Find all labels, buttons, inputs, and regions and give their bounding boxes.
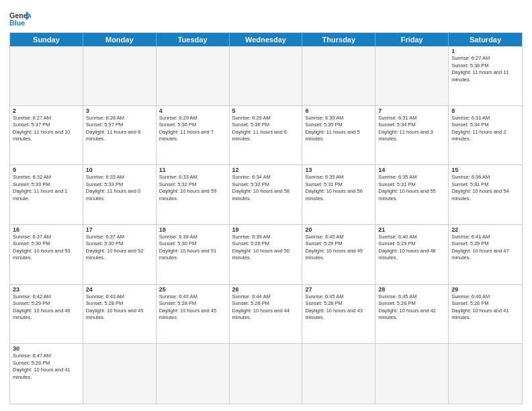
day-cell-23: 23Sunrise: 6:42 AMSunset: 5:29 PMDayligh… bbox=[10, 285, 83, 344]
day-number: 19 bbox=[232, 226, 300, 233]
day-cell-26: 26Sunrise: 6:44 AMSunset: 5:28 PMDayligh… bbox=[230, 285, 303, 344]
day-info: Sunrise: 6:42 AMSunset: 5:29 PMDaylight:… bbox=[13, 293, 80, 322]
calendar-grid: 1Sunrise: 6:27 AMSunset: 5:38 PMDaylight… bbox=[10, 46, 522, 404]
day-number: 18 bbox=[159, 226, 226, 233]
day-cell-10: 10Sunrise: 6:33 AMSunset: 5:33 PMDayligh… bbox=[83, 165, 157, 224]
day-cell-empty bbox=[375, 46, 449, 105]
day-info: Sunrise: 6:45 AMSunset: 5:28 PMDaylight:… bbox=[305, 293, 372, 322]
day-cell-7: 7Sunrise: 6:31 AMSunset: 5:34 PMDaylight… bbox=[375, 106, 449, 165]
day-number: 15 bbox=[451, 167, 519, 173]
day-cell-15: 15Sunrise: 6:36 AMSunset: 5:31 PMDayligh… bbox=[449, 165, 522, 224]
day-number: 28 bbox=[378, 286, 445, 293]
day-number: 10 bbox=[86, 167, 153, 173]
day-cell-empty bbox=[230, 46, 303, 105]
day-cell-11: 11Sunrise: 6:33 AMSunset: 5:32 PMDayligh… bbox=[157, 165, 230, 224]
week-row-6: 30Sunrise: 6:47 AMSunset: 5:28 PMDayligh… bbox=[10, 344, 522, 404]
day-cell-19: 19Sunrise: 6:39 AMSunset: 5:29 PMDayligh… bbox=[230, 225, 303, 284]
day-number: 7 bbox=[378, 107, 445, 114]
day-headers: SundayMondayTuesdayWednesdayThursdayFrid… bbox=[10, 33, 522, 46]
day-cell-5: 5Sunrise: 6:29 AMSunset: 5:36 PMDaylight… bbox=[230, 106, 303, 165]
day-number: 2 bbox=[13, 107, 80, 114]
day-info: Sunrise: 6:38 AMSunset: 5:30 PMDaylight:… bbox=[159, 234, 226, 262]
day-info: Sunrise: 6:30 AMSunset: 5:35 PMDaylight:… bbox=[305, 115, 372, 143]
day-info: Sunrise: 6:32 AMSunset: 5:33 PMDaylight:… bbox=[13, 174, 80, 202]
day-number: 8 bbox=[451, 107, 519, 114]
day-info: Sunrise: 6:37 AMSunset: 5:30 PMDaylight:… bbox=[86, 234, 153, 262]
day-number: 3 bbox=[86, 107, 153, 114]
day-info: Sunrise: 6:44 AMSunset: 5:28 PMDaylight:… bbox=[232, 293, 300, 322]
day-number: 11 bbox=[159, 167, 226, 173]
day-number: 21 bbox=[378, 226, 445, 233]
day-info: Sunrise: 6:35 AMSunset: 5:31 PMDaylight:… bbox=[305, 174, 372, 202]
day-number: 13 bbox=[305, 167, 372, 173]
day-header-saturday: Saturday bbox=[449, 33, 522, 46]
day-cell-13: 13Sunrise: 6:35 AMSunset: 5:31 PMDayligh… bbox=[302, 165, 375, 224]
day-info: Sunrise: 6:37 AMSunset: 5:30 PMDaylight:… bbox=[13, 234, 80, 262]
day-info: Sunrise: 6:39 AMSunset: 5:29 PMDaylight:… bbox=[232, 234, 300, 262]
day-cell-4: 4Sunrise: 6:29 AMSunset: 5:36 PMDaylight… bbox=[157, 106, 230, 165]
day-cell-14: 14Sunrise: 6:35 AMSunset: 5:31 PMDayligh… bbox=[375, 165, 449, 224]
day-cell-29: 29Sunrise: 6:46 AMSunset: 5:28 PMDayligh… bbox=[449, 285, 522, 344]
logo: General Blue bbox=[9, 9, 31, 28]
day-header-sunday: Sunday bbox=[10, 33, 83, 46]
header: General Blue bbox=[9, 7, 523, 28]
day-cell-1: 1Sunrise: 6:27 AMSunset: 5:38 PMDaylight… bbox=[449, 46, 522, 105]
day-cell-6: 6Sunrise: 6:30 AMSunset: 5:35 PMDaylight… bbox=[302, 106, 375, 165]
day-info: Sunrise: 6:29 AMSunset: 5:36 PMDaylight:… bbox=[159, 115, 226, 143]
day-cell-25: 25Sunrise: 6:43 AMSunset: 5:28 PMDayligh… bbox=[157, 285, 230, 344]
week-row-5: 23Sunrise: 6:42 AMSunset: 5:29 PMDayligh… bbox=[10, 285, 522, 345]
day-number: 25 bbox=[159, 286, 226, 293]
day-cell-2: 2Sunrise: 6:27 AMSunset: 5:37 PMDaylight… bbox=[10, 106, 83, 165]
logo-icon: General Blue bbox=[9, 9, 31, 28]
day-number: 4 bbox=[159, 107, 226, 114]
day-header-monday: Monday bbox=[83, 33, 157, 46]
day-cell-empty bbox=[83, 46, 157, 105]
day-cell-30: 30Sunrise: 6:47 AMSunset: 5:28 PMDayligh… bbox=[10, 344, 83, 404]
week-row-1: 1Sunrise: 6:27 AMSunset: 5:38 PMDaylight… bbox=[10, 46, 522, 106]
day-cell-8: 8Sunrise: 6:31 AMSunset: 5:34 PMDaylight… bbox=[449, 106, 522, 165]
day-cell-empty bbox=[230, 344, 303, 404]
day-cell-21: 21Sunrise: 6:40 AMSunset: 5:29 PMDayligh… bbox=[375, 225, 449, 284]
day-number: 9 bbox=[13, 167, 80, 173]
day-info: Sunrise: 6:33 AMSunset: 5:33 PMDaylight:… bbox=[86, 174, 153, 202]
day-number: 22 bbox=[451, 226, 519, 233]
day-info: Sunrise: 6:43 AMSunset: 5:28 PMDaylight:… bbox=[86, 293, 153, 322]
day-info: Sunrise: 6:43 AMSunset: 5:28 PMDaylight:… bbox=[159, 293, 226, 322]
week-row-3: 9Sunrise: 6:32 AMSunset: 5:33 PMDaylight… bbox=[10, 165, 522, 225]
day-number: 16 bbox=[13, 226, 80, 233]
day-header-tuesday: Tuesday bbox=[157, 33, 230, 46]
day-cell-24: 24Sunrise: 6:43 AMSunset: 5:28 PMDayligh… bbox=[83, 285, 157, 344]
day-info: Sunrise: 6:33 AMSunset: 5:32 PMDaylight:… bbox=[159, 174, 226, 202]
day-number: 23 bbox=[13, 286, 80, 293]
day-number: 20 bbox=[305, 226, 372, 233]
day-cell-empty bbox=[375, 344, 449, 404]
day-number: 1 bbox=[451, 48, 519, 54]
day-number: 14 bbox=[378, 167, 445, 173]
day-info: Sunrise: 6:31 AMSunset: 5:34 PMDaylight:… bbox=[451, 115, 519, 143]
day-cell-empty bbox=[157, 46, 230, 105]
day-cell-empty bbox=[83, 344, 157, 404]
day-info: Sunrise: 6:40 AMSunset: 5:29 PMDaylight:… bbox=[378, 234, 445, 262]
day-cell-empty bbox=[10, 46, 83, 105]
day-info: Sunrise: 6:28 AMSunset: 5:37 PMDaylight:… bbox=[86, 115, 153, 143]
day-cell-22: 22Sunrise: 6:41 AMSunset: 5:29 PMDayligh… bbox=[449, 225, 522, 284]
calendar: SundayMondayTuesdayWednesdayThursdayFrid… bbox=[9, 32, 523, 404]
day-info: Sunrise: 6:45 AMSunset: 5:28 PMDaylight:… bbox=[378, 293, 445, 322]
day-cell-28: 28Sunrise: 6:45 AMSunset: 5:28 PMDayligh… bbox=[375, 285, 449, 344]
day-cell-20: 20Sunrise: 6:40 AMSunset: 5:29 PMDayligh… bbox=[302, 225, 375, 284]
day-number: 26 bbox=[232, 286, 300, 293]
day-cell-empty bbox=[302, 344, 375, 404]
page: General Blue SundayMondayTuesdayWednesda… bbox=[0, 0, 532, 411]
day-info: Sunrise: 6:27 AMSunset: 5:38 PMDaylight:… bbox=[451, 55, 519, 83]
day-cell-empty bbox=[302, 46, 375, 105]
day-number: 12 bbox=[232, 167, 300, 173]
day-cell-empty bbox=[157, 344, 230, 404]
day-info: Sunrise: 6:47 AMSunset: 5:28 PMDaylight:… bbox=[13, 353, 80, 381]
day-number: 29 bbox=[451, 286, 519, 293]
day-header-thursday: Thursday bbox=[302, 33, 375, 46]
day-info: Sunrise: 6:35 AMSunset: 5:31 PMDaylight:… bbox=[378, 174, 445, 202]
day-info: Sunrise: 6:41 AMSunset: 5:29 PMDaylight:… bbox=[451, 234, 519, 262]
day-number: 6 bbox=[305, 107, 372, 114]
day-info: Sunrise: 6:29 AMSunset: 5:36 PMDaylight:… bbox=[232, 115, 300, 143]
day-cell-12: 12Sunrise: 6:34 AMSunset: 5:32 PMDayligh… bbox=[230, 165, 303, 224]
